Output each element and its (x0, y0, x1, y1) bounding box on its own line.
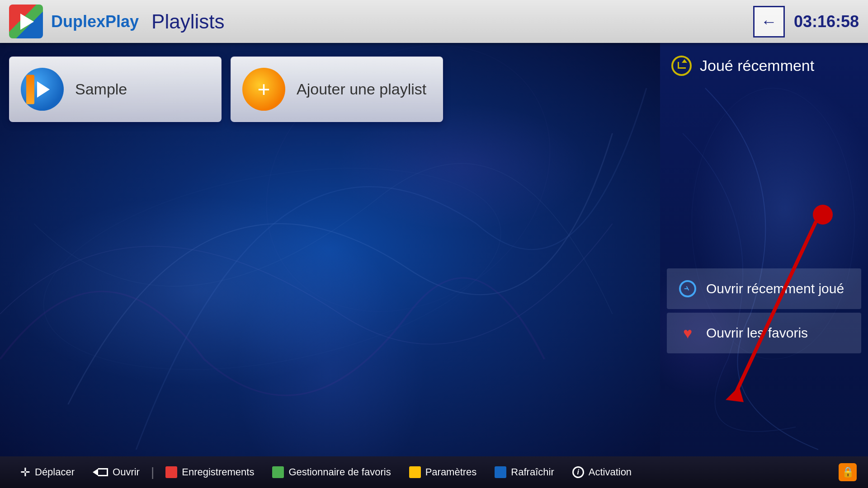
svg-point-3 (813, 205, 833, 225)
open-arrow-icon (93, 469, 98, 476)
svg-marker-5 (726, 386, 744, 402)
favorites-mgr-color-square (272, 466, 284, 478)
footer-move[interactable]: ✛ Déplacer (11, 465, 84, 479)
sample-icon-circle (21, 68, 64, 111)
add-icon-circle: + (242, 68, 285, 111)
header-right: ← 03:16:58 (753, 6, 859, 38)
svg-point-0 (2, 130, 542, 408)
heart-icon: ♥ (683, 325, 692, 341)
footer-bar: ✛ Déplacer Ouvrir | Enregistrements Gest… (0, 456, 868, 488)
sidebar: Joué récemment Ouvrir récemment joué ♥ O… (660, 43, 868, 456)
back-arrow-icon: ← (761, 12, 777, 31)
favorites-mgr-label: Gestionnaire de favoris (288, 466, 391, 478)
refresh-color-square (495, 466, 506, 478)
add-playlist-card[interactable]: + Ajouter une playlist (231, 56, 443, 122)
favorites-label: Ouvrir les favoris (706, 325, 808, 341)
app-logo (9, 5, 43, 38)
open-box-icon (98, 468, 108, 476)
recordings-color-square (165, 466, 177, 478)
move-icon: ✛ (20, 465, 30, 479)
footer-activation[interactable]: i Activation (563, 466, 641, 478)
footer-lock[interactable]: 🔒 (839, 463, 857, 481)
play-triangle-icon (37, 81, 50, 98)
heart-icon-wrapper: ♥ (678, 324, 697, 343)
sidebar-favorites[interactable]: ♥ Ouvrir les favoris (667, 313, 861, 353)
footer-divider: | (151, 465, 154, 479)
footer-favorites-mgr[interactable]: Gestionnaire de favoris (263, 466, 400, 478)
sample-card[interactable]: Sample (9, 56, 222, 122)
info-icon: i (572, 466, 584, 478)
logo-play-icon (20, 14, 34, 30)
app-name: DuplexPlay (51, 12, 139, 31)
cards-area: Sample + Ajouter une playlist (9, 56, 651, 122)
footer-refresh[interactable]: Rafraîchir (486, 466, 563, 478)
main-area: Sample + Ajouter une playlist (0, 43, 868, 456)
sidebar-title-row: Joué récemment (660, 43, 868, 85)
add-playlist-label: Ajouter une playlist (297, 80, 426, 98)
footer-recordings[interactable]: Enregistrements (156, 466, 263, 478)
open-label: Ouvrir (113, 466, 140, 478)
recently-played-label: Ouvrir récemment joué (706, 281, 844, 296)
move-label: Déplacer (35, 466, 75, 478)
settings-color-square (409, 466, 421, 478)
activation-label: Activation (589, 466, 632, 478)
footer-open[interactable]: Ouvrir (84, 466, 149, 478)
film-strip-icon (26, 75, 34, 104)
lock-icon: 🔒 (842, 466, 854, 478)
recordings-label: Enregistrements (182, 466, 254, 478)
play-icon-wrapper (21, 68, 64, 111)
settings-label: Paramètres (425, 466, 477, 478)
footer-settings[interactable]: Paramètres (400, 466, 486, 478)
sample-label: Sample (75, 80, 127, 98)
page-title: Playlists (151, 10, 224, 33)
content-area: Sample + Ajouter une playlist (0, 43, 660, 456)
header: DuplexPlay Playlists ← 03:16:58 (0, 0, 868, 43)
refresh-label: Rafraîchir (511, 466, 554, 478)
history-icon (671, 56, 692, 76)
sidebar-recently-played[interactable]: Ouvrir récemment joué (667, 268, 861, 309)
sidebar-menu-container: Ouvrir récemment joué ♥ Ouvrir les favor… (660, 265, 868, 357)
clock-icon (678, 279, 697, 298)
sidebar-title-text: Joué récemment (700, 57, 814, 75)
clock-blue-icon (679, 280, 696, 297)
clock-display: 03:16:58 (794, 12, 859, 31)
open-icon (93, 468, 108, 476)
back-button[interactable]: ← (753, 6, 785, 38)
history-arrow-icon (682, 59, 687, 63)
plus-icon: + (257, 79, 270, 100)
